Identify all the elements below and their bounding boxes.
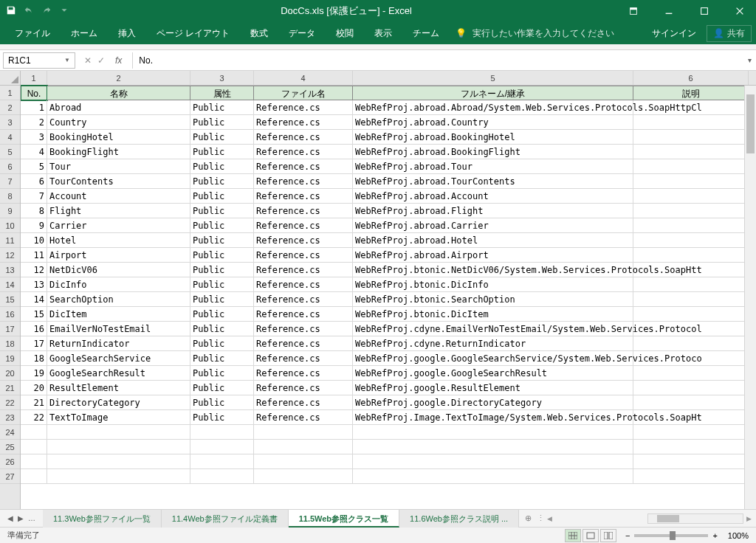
maximize-icon[interactable] — [688, 0, 721, 22]
cell[interactable]: Reference.cs — [254, 263, 353, 277]
ribbon-tab[interactable]: チーム — [402, 22, 450, 44]
cell[interactable]: 11 — [21, 248, 47, 263]
cell[interactable]: WebRefProj.abroad.Carrier — [353, 218, 633, 233]
column-header[interactable]: 6 — [633, 71, 749, 85]
cell[interactable]: Public — [190, 204, 254, 218]
cell[interactable]: Public — [190, 307, 254, 322]
fx-icon[interactable]: fx — [111, 55, 126, 66]
table-header-cell[interactable]: 属性 — [190, 86, 254, 100]
cell[interactable] — [633, 381, 749, 395]
row-header[interactable]: 27 — [0, 469, 20, 484]
row-header[interactable]: 25 — [0, 440, 20, 454]
cell[interactable] — [633, 218, 749, 233]
cancel-formula-icon[interactable]: ✕ — [84, 55, 92, 66]
cell[interactable] — [633, 395, 749, 410]
cell[interactable]: Hotel — [47, 233, 190, 248]
row-header[interactable]: 7 — [0, 174, 20, 189]
cell[interactable]: EmailVerNoTestEmail — [47, 322, 190, 336]
cell[interactable] — [633, 336, 749, 351]
cell[interactable] — [47, 469, 190, 484]
hscroll-left-icon[interactable]: ◀ — [547, 515, 552, 522]
row-header[interactable]: 5 — [0, 145, 20, 159]
cell[interactable] — [353, 440, 633, 454]
cell[interactable]: Reference.cs — [254, 145, 353, 159]
cell[interactable] — [633, 145, 749, 159]
cell[interactable]: Public — [190, 218, 254, 233]
cell[interactable]: BookingFlight — [47, 145, 190, 159]
cell[interactable] — [190, 469, 254, 484]
cell[interactable] — [633, 204, 749, 218]
cell[interactable] — [254, 440, 353, 454]
cell[interactable]: Public — [190, 115, 254, 130]
cell[interactable]: Public — [190, 100, 254, 115]
cell[interactable] — [21, 454, 47, 469]
cell[interactable]: Public — [190, 277, 254, 292]
row-header[interactable]: 16 — [0, 307, 20, 322]
cell[interactable]: ReturnIndicator — [47, 336, 190, 351]
cell[interactable]: WebRefProj.btonic.NetDicV06/System.Web.S… — [353, 263, 633, 277]
cell[interactable]: GoogleSearchResult — [47, 366, 190, 381]
cell[interactable]: DicItem — [47, 307, 190, 322]
nav-next-icon[interactable]: ▶ — [18, 514, 24, 522]
cell[interactable]: Reference.cs — [254, 233, 353, 248]
cell[interactable]: Public — [190, 292, 254, 307]
cell[interactable]: Public — [190, 130, 254, 145]
ribbon-tab[interactable]: 表示 — [364, 22, 402, 44]
cell[interactable]: DirectoryCategory — [47, 395, 190, 410]
zoom-in-button[interactable]: + — [712, 531, 717, 540]
cell[interactable]: Reference.cs — [254, 130, 353, 145]
cell[interactable]: Carrier — [47, 218, 190, 233]
cell[interactable]: DicInfo — [47, 277, 190, 292]
cell[interactable]: 20 — [21, 381, 47, 395]
table-header-cell[interactable]: 名称 — [47, 86, 190, 100]
cell[interactable]: Reference.cs — [254, 115, 353, 130]
cell[interactable]: SearchOption — [47, 292, 190, 307]
cell[interactable]: Public — [190, 263, 254, 277]
cell[interactable] — [254, 425, 353, 440]
row-header[interactable]: 14 — [0, 277, 20, 292]
cell[interactable]: WebRefProj.abroad.Country — [353, 115, 633, 130]
row-header[interactable]: 4 — [0, 130, 20, 145]
cell[interactable]: 10 — [21, 233, 47, 248]
cell[interactable]: Reference.cs — [254, 189, 353, 204]
row-header[interactable]: 6 — [0, 159, 20, 174]
ribbon-tab[interactable]: データ — [278, 22, 326, 44]
cell[interactable]: Reference.cs — [254, 100, 353, 115]
cell[interactable] — [633, 440, 749, 454]
cell[interactable] — [47, 454, 190, 469]
cell[interactable]: 9 — [21, 218, 47, 233]
table-header-cell[interactable]: フルネーム/継承 — [353, 86, 633, 100]
zoom-level[interactable]: 100% — [728, 531, 749, 540]
cell[interactable] — [633, 174, 749, 189]
cell[interactable]: Reference.cs — [254, 410, 353, 425]
cell[interactable]: Public — [190, 381, 254, 395]
table-header-cell[interactable]: ファイル名 — [254, 86, 353, 100]
zoom-slider[interactable] — [634, 534, 708, 537]
cell[interactable] — [353, 469, 633, 484]
cell[interactable]: Public — [190, 366, 254, 381]
cell[interactable]: Tour — [47, 159, 190, 174]
cell[interactable]: WebRefProj.abroad.Abroad/System.Web.Serv… — [353, 100, 633, 115]
sheet-nav-buttons[interactable]: ◀ ▶ … — [0, 514, 43, 522]
cell[interactable]: 8 — [21, 204, 47, 218]
cell[interactable]: Reference.cs — [254, 336, 353, 351]
cell[interactable]: Public — [190, 248, 254, 263]
minimize-icon[interactable] — [653, 0, 685, 22]
sheet-tab[interactable]: 11.5Web参照クラス一覧 — [289, 510, 399, 528]
row-header[interactable]: 13 — [0, 263, 20, 277]
row-header[interactable]: 2 — [0, 100, 20, 115]
cell[interactable]: WebRefProj.google.GoogleSearchService/Sy… — [353, 351, 633, 366]
row-header[interactable]: 9 — [0, 204, 20, 218]
ribbon-tab[interactable]: 数式 — [240, 22, 278, 44]
scrollbar-thumb[interactable] — [746, 94, 755, 153]
ribbon-tab[interactable]: ページ レイアウト — [146, 22, 240, 44]
row-header[interactable]: 10 — [0, 218, 20, 233]
sheet-tab[interactable]: 11.6Web参照クラス説明 ... — [399, 510, 519, 528]
cell[interactable] — [633, 307, 749, 322]
redo-icon[interactable] — [41, 5, 52, 18]
cell[interactable]: Country — [47, 115, 190, 130]
hscroll-right-icon[interactable]: ▶ — [746, 515, 752, 522]
cell[interactable]: WebRefProj.cdyne.EmailVerNoTestEmail/Sys… — [353, 322, 633, 336]
cell[interactable]: 5 — [21, 159, 47, 174]
cell[interactable] — [633, 292, 749, 307]
